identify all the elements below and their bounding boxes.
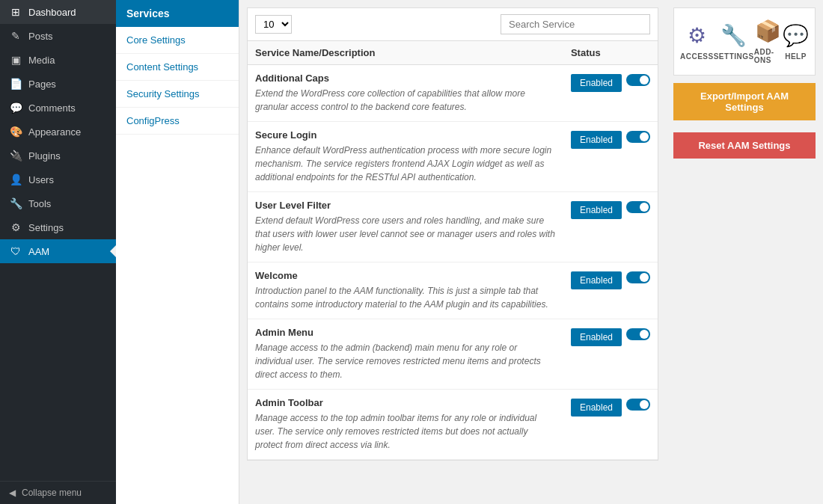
export-import-button[interactable]: Export/Import AAM Settings <box>673 83 816 120</box>
table-row: Additional Caps Extend the WordPress cor… <box>248 65 658 122</box>
service-name: Additional Caps <box>255 73 556 84</box>
subnav: Services Core Settings Content Settings … <box>116 0 239 504</box>
service-name: Secure Login <box>255 129 556 141</box>
sidebar-item-posts[interactable]: ✎ Posts <box>0 24 116 48</box>
status-cell: Enabled <box>571 200 650 219</box>
reset-settings-button[interactable]: Reset AAM Settings <box>673 132 816 159</box>
sidebar-item-dashboard[interactable]: ⊞ Dashboard <box>0 0 116 24</box>
per-page-select[interactable]: 10 25 50 <box>255 15 292 34</box>
service-name: User Level Filter <box>255 200 556 211</box>
pages-icon: 📄 <box>9 78 22 90</box>
status-cell: Enabled <box>571 327 650 346</box>
enabled-button[interactable]: Enabled <box>571 131 622 149</box>
service-desc: Manage access to the admin (backend) mai… <box>255 342 541 380</box>
col-status-header: Status <box>563 41 658 65</box>
enabled-button[interactable]: Enabled <box>571 399 622 417</box>
addons-icon: 📦 <box>755 19 781 43</box>
media-icon: ▣ <box>9 54 22 66</box>
service-desc: Manage access to the top admin toolbar i… <box>255 413 536 450</box>
access-icon: ⚙ <box>688 23 706 48</box>
enabled-button[interactable]: Enabled <box>571 328 622 346</box>
status-cell: Enabled <box>571 270 650 289</box>
icon-bar-addons[interactable]: 📦 ADD-ONS <box>754 19 783 64</box>
service-desc: Enhance default WordPress authentication… <box>255 145 551 182</box>
services-table-container: 10 25 50 Service Name/Description Status… <box>247 7 658 461</box>
subnav-item-core-settings[interactable]: Core Settings <box>116 27 239 54</box>
appearance-icon: 🎨 <box>9 126 22 138</box>
service-desc: Extend default WordPress core users and … <box>255 215 555 253</box>
toggle-switch[interactable] <box>626 131 650 143</box>
main-area: Services Core Settings Content Settings … <box>116 0 823 504</box>
enabled-button[interactable]: Enabled <box>571 201 622 219</box>
sidebar-item-pages[interactable]: 📄 Pages <box>0 72 116 96</box>
toggle-switch[interactable] <box>626 271 650 283</box>
icon-bar-access[interactable]: ⚙ ACCESS <box>680 23 714 61</box>
enabled-button[interactable]: Enabled <box>571 271 622 289</box>
tools-icon: 🔧 <box>9 197 22 209</box>
service-name: Admin Toolbar <box>255 397 556 408</box>
collapse-icon: ◀ <box>9 488 16 498</box>
icon-bar: ⚙ ACCESS 🔧 SETTINGS 📦 ADD-ONS 💬 HELP <box>673 7 816 76</box>
help-icon: 💬 <box>783 23 809 48</box>
subnav-item-configpress[interactable]: ConfigPress <box>116 108 239 135</box>
table-row: Admin Toolbar Manage access to the top a… <box>248 390 658 460</box>
table-row: Admin Menu Manage access to the admin (b… <box>248 319 658 390</box>
toggle-switch[interactable] <box>626 328 650 340</box>
toggle-switch[interactable] <box>626 74 650 86</box>
sidebar-item-comments[interactable]: 💬 Comments <box>0 96 116 120</box>
table-row: Welcome Introduction panel to the AAM fu… <box>248 262 658 319</box>
toggle-switch[interactable] <box>626 399 650 411</box>
users-icon: 👤 <box>9 173 22 185</box>
sidebar-item-users[interactable]: 👤 Users <box>0 168 116 191</box>
settings-wrench-icon: 🔧 <box>720 23 747 48</box>
services-toolbar: 10 25 50 <box>248 8 658 41</box>
plugins-icon: 🔌 <box>9 150 22 162</box>
dashboard-icon: ⊞ <box>9 6 22 18</box>
icon-bar-help[interactable]: 💬 HELP <box>783 23 809 61</box>
status-cell: Enabled <box>571 129 650 149</box>
sidebar-item-media[interactable]: ▣ Media <box>0 48 116 72</box>
sidebar: ⊞ Dashboard ✎ Posts ▣ Media 📄 Pages 💬 Co… <box>0 0 116 504</box>
right-panel: ⚙ ACCESS 🔧 SETTINGS 📦 ADD-ONS 💬 HELP Exp… <box>666 0 823 504</box>
icon-bar-settings[interactable]: 🔧 SETTINGS <box>714 23 754 61</box>
subnav-header: Services <box>116 0 239 27</box>
service-desc: Extend the WordPress core collection of … <box>255 88 525 112</box>
table-row: Secure Login Enhance default WordPress a… <box>248 122 658 192</box>
subnav-item-security-settings[interactable]: Security Settings <box>116 81 239 108</box>
collapse-menu[interactable]: ◀ Collapse menu <box>0 481 116 504</box>
search-input[interactable] <box>501 14 650 34</box>
sidebar-item-tools[interactable]: 🔧 Tools <box>0 191 116 215</box>
active-indicator <box>110 245 116 257</box>
service-name: Admin Menu <box>255 327 556 338</box>
enabled-button[interactable]: Enabled <box>571 74 622 92</box>
subnav-item-content-settings[interactable]: Content Settings <box>116 54 239 81</box>
content-area: 10 25 50 Service Name/Description Status… <box>239 0 666 504</box>
status-cell: Enabled <box>571 397 650 417</box>
table-row: User Level Filter Extend default WordPre… <box>248 192 658 262</box>
posts-icon: ✎ <box>9 30 22 42</box>
services-table: Service Name/Description Status Addition… <box>248 41 658 460</box>
aam-icon: 🛡 <box>9 245 22 257</box>
sidebar-item-appearance[interactable]: 🎨 Appearance <box>0 120 116 144</box>
settings-icon: ⚙ <box>9 221 22 233</box>
service-desc: Introduction panel to the AAM functional… <box>255 286 548 310</box>
sidebar-item-aam[interactable]: 🛡 AAM <box>0 239 116 263</box>
service-name: Welcome <box>255 270 556 281</box>
sidebar-item-plugins[interactable]: 🔌 Plugins <box>0 144 116 168</box>
sidebar-item-settings[interactable]: ⚙ Settings <box>0 215 116 239</box>
toggle-switch[interactable] <box>626 201 650 213</box>
status-cell: Enabled <box>571 73 650 92</box>
col-service-header: Service Name/Description <box>248 41 563 65</box>
comments-icon: 💬 <box>9 102 22 114</box>
